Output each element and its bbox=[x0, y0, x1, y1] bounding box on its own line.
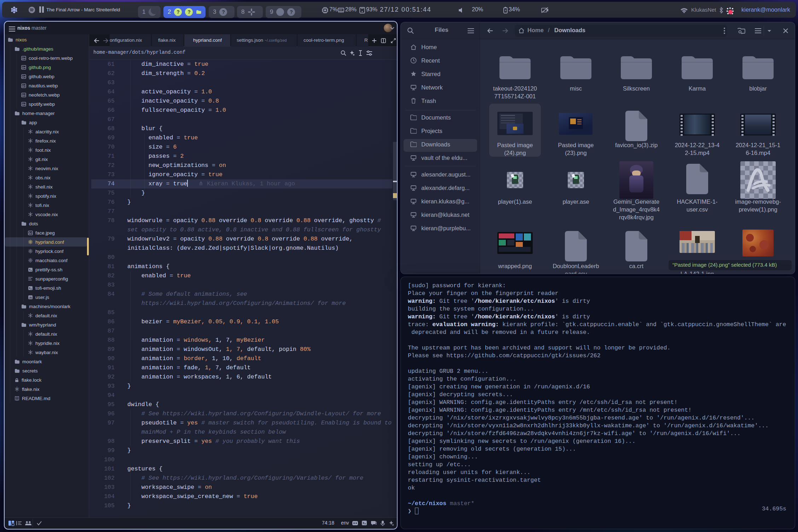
svg-text:JS: JS bbox=[29, 296, 32, 299]
